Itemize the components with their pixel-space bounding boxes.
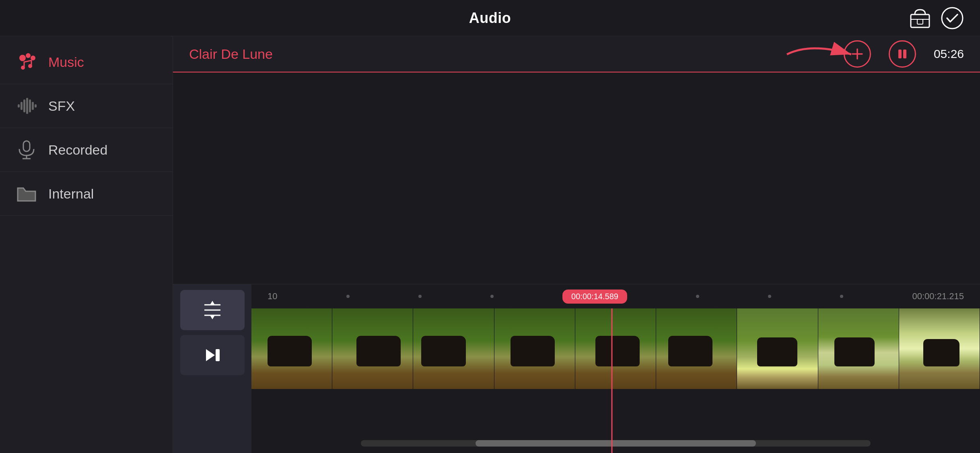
ruler-dot-6 — [840, 295, 843, 298]
video-frame-6 — [656, 308, 737, 389]
svg-point-8 — [28, 64, 32, 68]
timeline-scrollbar-track[interactable] — [361, 440, 871, 447]
svg-point-3 — [942, 8, 963, 29]
svg-marker-28 — [210, 315, 215, 319]
video-frame-7 — [737, 308, 818, 389]
timeline-area: 10 00:00:14.589 00:00:21.215 — [173, 284, 980, 453]
pause-button[interactable] — [889, 40, 916, 68]
svg-rect-22 — [898, 50, 902, 58]
export-icon — [200, 345, 224, 365]
svg-rect-9 — [18, 104, 20, 108]
video-frame-3 — [413, 308, 494, 389]
header-actions — [909, 6, 964, 30]
ruler-dot-5 — [768, 295, 771, 298]
content-area: Clair De Lune — [173, 36, 980, 453]
svg-point-4 — [19, 55, 26, 61]
sidebar-item-recorded[interactable]: Recorded — [0, 128, 173, 172]
music-icon — [16, 52, 37, 72]
timeline-content: 10 00:00:14.589 00:00:21.215 — [251, 284, 980, 453]
timecode-end: 00:00:21.215 — [912, 291, 964, 302]
store-icon[interactable] — [909, 7, 931, 29]
svg-rect-11 — [23, 99, 25, 112]
ruler-dot-4 — [696, 295, 699, 298]
ruler-dot-3 — [490, 295, 494, 298]
video-frame-9 — [899, 308, 980, 389]
video-strip[interactable] — [251, 308, 980, 389]
sidebar-sfx-label: SFX — [48, 98, 75, 114]
sidebar-item-sfx[interactable]: SFX — [0, 84, 173, 128]
adjust-button[interactable] — [180, 290, 245, 330]
video-frame-5 — [575, 308, 656, 389]
video-frame-2 — [332, 308, 413, 389]
audio-track-area — [251, 389, 980, 441]
sidebar-music-label: Music — [48, 54, 84, 70]
svg-rect-14 — [32, 102, 34, 110]
svg-rect-23 — [903, 50, 906, 58]
main-layout: Music SFX — [0, 36, 980, 453]
duration-display: 05:26 — [934, 47, 964, 61]
left-toolbar — [173, 284, 251, 453]
svg-point-7 — [21, 66, 25, 70]
page-title: Audio — [469, 10, 511, 27]
sidebar-item-music[interactable]: Music — [0, 40, 173, 84]
sfx-icon — [16, 95, 37, 116]
svg-point-6 — [31, 56, 35, 60]
header: Audio — [0, 0, 980, 36]
svg-marker-27 — [210, 301, 215, 305]
check-icon[interactable] — [941, 6, 964, 30]
annotation-arrow — [779, 38, 867, 70]
video-frame-8 — [818, 308, 899, 389]
video-frame-4 — [494, 308, 575, 389]
sidebar-recorded-label: Recorded — [48, 142, 107, 158]
folder-icon — [16, 183, 37, 204]
svg-point-5 — [26, 53, 31, 58]
video-frame-1 — [251, 308, 332, 389]
svg-rect-15 — [35, 104, 37, 108]
audio-browser-bar: Clair De Lune — [173, 36, 980, 72]
sidebar: Music SFX — [0, 36, 173, 453]
sidebar-internal-label: Internal — [48, 186, 94, 202]
playhead — [611, 308, 612, 453]
svg-rect-10 — [21, 102, 23, 110]
svg-rect-13 — [29, 99, 31, 112]
svg-rect-30 — [216, 349, 220, 361]
sidebar-item-internal[interactable]: Internal — [0, 172, 173, 216]
audio-list-area — [173, 72, 980, 284]
export-to-clip-button[interactable] — [180, 335, 245, 375]
ruler-tick-10: 10 — [268, 291, 277, 302]
audio-track-title: Clair De Lune — [189, 46, 844, 62]
timeline-ruler: 10 00:00:14.589 00:00:21.215 — [251, 284, 980, 308]
svg-rect-2 — [917, 19, 923, 24]
svg-rect-12 — [26, 98, 28, 114]
microphone-icon — [16, 139, 37, 160]
svg-rect-16 — [23, 141, 30, 151]
ruler-dot-2 — [418, 295, 422, 298]
svg-marker-29 — [206, 349, 215, 361]
ruler-dot-1 — [346, 295, 350, 298]
adjust-icon — [200, 300, 224, 320]
svg-rect-0 — [911, 14, 929, 27]
timeline-scrollbar-thumb[interactable] — [476, 440, 756, 447]
timecode-current: 00:00:14.589 — [562, 290, 627, 304]
